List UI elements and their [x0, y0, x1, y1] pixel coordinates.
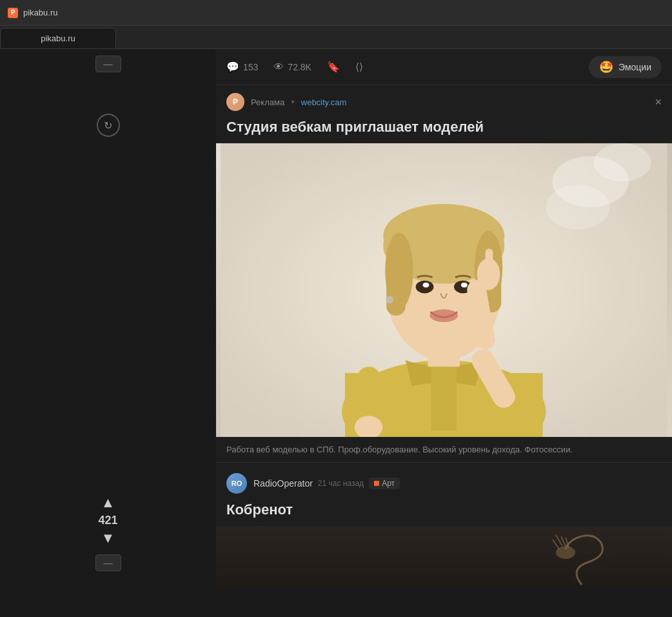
snake-illustration	[504, 530, 633, 588]
post-tag-icon	[374, 481, 379, 486]
post-meta: RadioOperator 21 час назад Арт	[253, 478, 400, 489]
svg-point-24	[386, 296, 393, 303]
svg-point-17	[423, 283, 430, 288]
tab-bar: pikabu.ru	[0, 26, 672, 49]
browser-bar: P pikabu.ru	[0, 0, 672, 26]
ad-title: Студия вебкам приглашает моделей	[216, 119, 672, 143]
ad-image	[216, 143, 672, 437]
bookmark-icon: 🔖	[327, 61, 340, 73]
post-header: RO RadioOperator 21 час назад Арт	[216, 463, 672, 499]
reactions-button[interactable]: 🤩 Эмоции	[589, 56, 662, 78]
ad-avatar: P	[226, 93, 244, 111]
svg-rect-23	[486, 248, 493, 280]
vote-minimize-button[interactable]: —	[95, 554, 121, 571]
views-count: 72.8K	[288, 62, 311, 72]
share-stat[interactable]: ⟨⟩	[355, 61, 363, 73]
share-icon: ⟨⟩	[355, 61, 363, 73]
post-avatar: RO	[226, 473, 247, 494]
reactions-label: Эмоции	[618, 62, 651, 72]
views-icon: 👁	[273, 61, 284, 73]
svg-rect-25	[358, 367, 380, 424]
post-tag-label: Арт	[382, 479, 395, 488]
post-time: 21 час назад	[318, 479, 364, 488]
ad-source-link[interactable]: webcity.cam	[301, 97, 347, 107]
refresh-button[interactable]: ↻	[97, 114, 120, 137]
ad-close-button[interactable]: ×	[655, 96, 662, 109]
stats-bar: 💬 153 👁 72.8K 🔖 ⟨⟩ 🤩 Эмоции	[216, 49, 672, 85]
ad-card: P Реклама • webcity.cam × Студия вебкам …	[216, 85, 672, 463]
sidebar-minimize-button[interactable]: —	[95, 56, 121, 72]
browser-title: pikabu.ru	[23, 8, 57, 17]
refresh-icon-container: ↻	[0, 114, 216, 137]
active-tab[interactable]: pikabu.ru	[0, 28, 116, 48]
comments-count: 153	[243, 62, 258, 72]
views-stat: 👁 72.8K	[273, 61, 311, 73]
reactions-emoji: 🤩	[599, 60, 613, 74]
post-card: RO RadioOperator 21 час назад Арт Кобрен…	[216, 463, 672, 588]
vote-section: ▲ 421 ▼ —	[0, 494, 216, 571]
left-sidebar: — ↻ ▲ 421 ▼ —	[0, 49, 216, 617]
bookmark-stat[interactable]: 🔖	[327, 61, 340, 73]
post-image-area	[216, 526, 672, 588]
vote-up-button[interactable]: ▲	[101, 494, 115, 511]
vote-count: 421	[98, 514, 117, 527]
main-layout: — ↻ ▲ 421 ▼ — 💬 153 👁 72.8K 🔖	[0, 49, 672, 617]
browser-favicon: P	[8, 8, 18, 18]
svg-rect-6	[431, 367, 457, 430]
ad-header: P Реклама • webcity.cam ×	[216, 85, 672, 119]
svg-point-18	[461, 283, 468, 288]
ad-dot: •	[291, 96, 295, 108]
svg-point-19	[430, 309, 459, 322]
vote-down-button[interactable]: ▼	[101, 530, 115, 547]
ad-woman-illustration	[221, 143, 667, 437]
content-area: 💬 153 👁 72.8K 🔖 ⟨⟩ 🤩 Эмоции P	[216, 49, 672, 617]
ad-label: Реклама	[251, 97, 284, 107]
svg-point-3	[546, 185, 610, 229]
ad-caption: Работа веб моделью в СПб. Проф.оборудова…	[216, 437, 672, 462]
comments-stat: 💬 153	[226, 61, 258, 73]
comments-icon: 💬	[226, 61, 239, 73]
post-author[interactable]: RadioOperator	[253, 478, 313, 489]
post-title: Кобренот	[216, 499, 672, 526]
post-tag[interactable]: Арт	[369, 478, 400, 489]
svg-point-2	[594, 143, 651, 181]
